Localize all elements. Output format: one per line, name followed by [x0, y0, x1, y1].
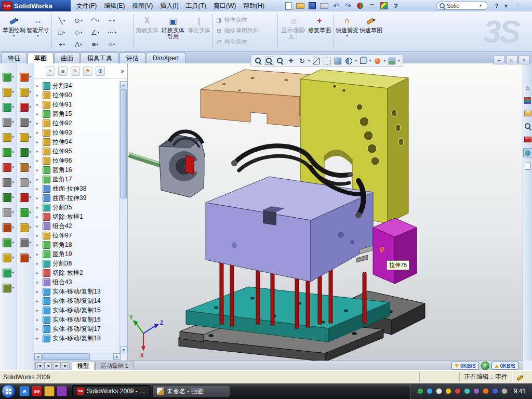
caret-down-icon[interactable]: ▾ [12, 120, 14, 124]
caret-down-icon[interactable]: ▾ [63, 19, 65, 23]
tree-item[interactable]: ▸实体-移动/复制17 [34, 324, 121, 334]
scroll-left-button[interactable]: ◂ [34, 353, 42, 360]
caret-down-icon[interactable]: ▾ [12, 241, 14, 245]
line-tool-icon[interactable]: ╲▾ [54, 15, 70, 26]
tree-item[interactable]: ▸切除-放样2 [34, 268, 121, 277]
expand-arrow-icon[interactable]: ▸ [36, 224, 43, 229]
expand-arrow-icon[interactable]: ▸ [36, 327, 43, 331]
quick-launch-icon[interactable] [44, 386, 55, 396]
feature-tool-icon[interactable]: ▾ [3, 252, 14, 263]
tree-item[interactable]: ▸组合43 [34, 277, 121, 287]
caret-down-icon[interactable]: ▾ [29, 195, 31, 200]
model-tab[interactable]: 运动算例 1 [95, 362, 134, 370]
caret-down-icon[interactable]: ▾ [12, 271, 14, 275]
propertymanager-icon[interactable] [71, 66, 80, 76]
dimxpertmanager-icon[interactable] [96, 66, 105, 76]
menu-item[interactable]: 插入(I) [156, 0, 182, 11]
first-tab-button[interactable]: |◀ [35, 362, 43, 369]
feature-tool-icon[interactable]: ▾ [3, 192, 14, 203]
zoom-fit-icon[interactable] [254, 56, 263, 65]
caret-down-icon[interactable]: ▾ [63, 31, 65, 35]
toolbar-overflow-icon[interactable]: ≡ [514, 2, 523, 10]
ellipse-tool-icon[interactable]: ○▾ [103, 38, 120, 50]
minimize-button[interactable]: ─ [494, 56, 505, 64]
part-gray-clamp[interactable] [159, 131, 205, 197]
start-button[interactable] [2, 384, 15, 398]
open-icon[interactable] [295, 1, 305, 10]
expand-arrow-icon[interactable]: ▸ [36, 317, 43, 322]
expand-arrow-icon[interactable]: ▸ [36, 261, 43, 266]
expand-arrow-icon[interactable]: ▸ [36, 289, 43, 294]
angle-dimension-icon[interactable]: ∠▾ [87, 26, 103, 38]
caret-down-icon[interactable]: ▾ [80, 43, 82, 47]
tree-item[interactable]: ▸切除-放样1 [34, 212, 121, 221]
tree-item[interactable]: ▸拉伸90 [34, 90, 121, 100]
tray-icon[interactable] [427, 388, 433, 394]
section-view-icon[interactable] [344, 56, 354, 65]
plus-tool-icon[interactable]: +▾ [54, 38, 70, 50]
quick-launch-icon[interactable]: SW [32, 386, 42, 396]
tree-item[interactable]: ▸圆角19 [34, 249, 121, 259]
quick-launch-icon[interactable]: e [19, 386, 30, 396]
configurationmanager-icon[interactable] [83, 66, 92, 76]
caret-down-icon[interactable]: ▾ [29, 135, 31, 139]
caret-down-icon[interactable]: ▾ [29, 150, 31, 154]
view-orientation-icon[interactable] [358, 56, 368, 65]
color-icon[interactable] [379, 1, 389, 10]
rectangle-tool-icon[interactable]: □▾ [54, 26, 70, 38]
pan-icon[interactable] [286, 56, 296, 65]
caret-down-icon[interactable]: ▾ [12, 90, 14, 94]
caret-down-icon[interactable]: ▾ [80, 31, 82, 35]
tree-item[interactable]: ▸实体-移动/复制15 [34, 305, 121, 315]
tab-模具工具[interactable]: 模具工具 [81, 52, 119, 63]
tree-item[interactable]: ▸曲面-拉伸38 [34, 184, 121, 193]
mirror-entities-button[interactable]: ◨ 镜向实体 [215, 15, 276, 25]
help-icon[interactable]: ? [493, 2, 501, 10]
expand-arrow-icon[interactable]: ▸ [36, 205, 43, 210]
caret-down-icon[interactable]: ▾ [29, 165, 31, 169]
tray-icon[interactable] [417, 388, 423, 394]
tree-item[interactable]: ▸圆角17 [34, 175, 121, 184]
tree-item[interactable]: ▸圆角15 [34, 109, 121, 118]
offset-entities-button[interactable]: ∥ 等距实体 [187, 14, 211, 48]
document-icon[interactable] [524, 162, 532, 170]
scroll-down-button[interactable]: ▾ [120, 346, 127, 353]
appearance-icon[interactable] [373, 56, 382, 65]
caret-down-icon[interactable]: ▾ [29, 210, 31, 215]
expand-arrow-icon[interactable]: ▸ [36, 196, 43, 201]
tree-item[interactable]: ▸分割34 [34, 81, 121, 90]
tab-评估[interactable]: 评估 [119, 52, 145, 63]
menu-item[interactable]: 窗口(W) [210, 0, 240, 11]
caret-down-icon[interactable]: ▾ [29, 180, 31, 184]
help-icon[interactable] [391, 1, 401, 10]
caret-down-icon[interactable]: ▾ [12, 105, 14, 109]
tree-item[interactable]: ▸实体-移动/复制13 [34, 287, 121, 296]
feature-tool-icon[interactable]: ▾ [3, 87, 14, 97]
tray-icon[interactable] [464, 388, 470, 394]
caret-down-icon[interactable]: ▾ [81, 19, 83, 23]
expand-arrow-icon[interactable]: ▸ [36, 280, 43, 285]
tree-horizontal-scrollbar[interactable]: ◂ ▸ [34, 353, 121, 361]
tree-item[interactable]: ▸实体-移动/复制16 [34, 315, 121, 324]
tree-item[interactable]: ▸拉伸96 [34, 156, 121, 165]
expand-arrow-icon[interactable]: ▸ [36, 336, 43, 341]
next-tab-button[interactable]: ▶ [53, 362, 61, 369]
overflow-chevron[interactable]: » [121, 68, 124, 75]
expand-arrow-icon[interactable]: ▸ [36, 84, 43, 88]
tree-item[interactable]: ▸拉伸92 [34, 118, 121, 128]
hidden-lines-icon[interactable] [323, 56, 332, 65]
rebuild-icon[interactable] [355, 1, 365, 10]
menu-item[interactable]: 帮助(H) [240, 0, 268, 11]
feature-tool-icon[interactable]: ▾ [20, 117, 31, 127]
zoom-area-icon[interactable] [264, 56, 274, 65]
tray-icon[interactable] [445, 388, 451, 394]
caret-down-icon[interactable]: ▾ [12, 286, 14, 290]
feature-tool-icon[interactable]: ▾ [20, 132, 31, 142]
tray-icon[interactable] [455, 388, 461, 394]
tree-item[interactable]: ▸分割36 [34, 259, 121, 268]
feature-tool-icon[interactable]: ▾ [20, 252, 31, 263]
feature-tool-icon[interactable]: ▾ [20, 177, 31, 188]
smart-dimension-button[interactable]: ↔ 智能尺寸 ▾ [26, 14, 50, 48]
caret-down-icon[interactable]: ▾ [114, 31, 116, 35]
feature-tool-icon[interactable]: ▾ [20, 162, 31, 172]
